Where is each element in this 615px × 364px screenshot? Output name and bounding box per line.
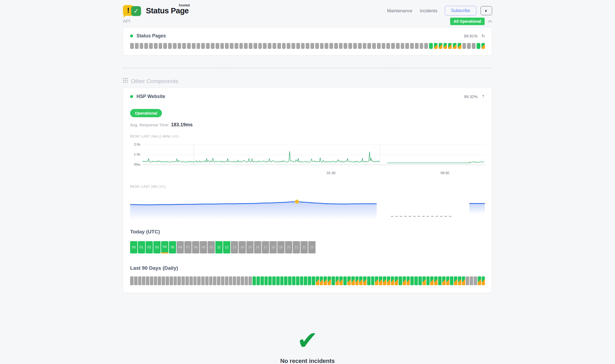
uptime-bar[interactable] bbox=[268, 43, 271, 49]
uptime-bar[interactable] bbox=[453, 43, 457, 49]
uptime-bar[interactable] bbox=[258, 43, 262, 49]
hour-block[interactable]: 20 bbox=[285, 241, 292, 253]
uptime-bar[interactable] bbox=[472, 43, 476, 49]
hour-block[interactable]: 02 bbox=[146, 241, 153, 253]
refresh-icon[interactable]: ↻ bbox=[481, 34, 485, 38]
daily-uptime-bar[interactable] bbox=[174, 276, 177, 285]
daily-uptime-bar[interactable] bbox=[426, 276, 430, 285]
uptime-bar[interactable] bbox=[273, 43, 276, 49]
daily-uptime-bar[interactable] bbox=[252, 276, 256, 285]
hour-block[interactable]: 16 bbox=[254, 241, 261, 253]
uptime-bar[interactable] bbox=[477, 43, 480, 49]
daily-uptime-bar[interactable] bbox=[260, 276, 264, 285]
uptime-bar[interactable] bbox=[424, 43, 428, 49]
daily-uptime-bar[interactable] bbox=[221, 276, 224, 285]
daily-uptime-bar[interactable] bbox=[312, 276, 315, 285]
daily-uptime-bar[interactable] bbox=[272, 276, 276, 285]
daily-uptime-bar[interactable] bbox=[379, 276, 382, 285]
daily-uptime-bar[interactable] bbox=[387, 276, 390, 285]
daily-uptime-bar[interactable] bbox=[308, 276, 311, 285]
uptime-bar[interactable] bbox=[377, 43, 381, 49]
nav-maintenance[interactable]: Maintenance bbox=[387, 8, 412, 13]
trend-up-arrow-icon[interactable]: ⇡ bbox=[481, 94, 485, 99]
daily-uptime-bar[interactable] bbox=[177, 276, 181, 285]
daily-uptime-bar[interactable] bbox=[474, 276, 477, 285]
daily-uptime-bar[interactable] bbox=[154, 276, 157, 285]
daily-uptime-bar[interactable] bbox=[201, 276, 205, 285]
daily-uptime-bar[interactable] bbox=[296, 276, 299, 285]
daily-uptime-bar[interactable] bbox=[339, 276, 343, 285]
uptime-bar[interactable] bbox=[254, 43, 257, 49]
daily-uptime-bar[interactable] bbox=[166, 276, 169, 285]
daily-uptime-bar[interactable] bbox=[336, 276, 339, 285]
daily-uptime-bar[interactable] bbox=[466, 276, 469, 285]
hour-block[interactable]: 23 bbox=[308, 241, 316, 253]
daily-uptime-bar[interactable] bbox=[403, 276, 406, 285]
uptime-bar[interactable] bbox=[159, 43, 162, 49]
uptime-bar[interactable] bbox=[325, 43, 328, 49]
uptime-bar[interactable] bbox=[310, 43, 314, 49]
uptime-bar[interactable] bbox=[135, 43, 139, 49]
uptime-bar[interactable] bbox=[154, 43, 158, 49]
uptime-bar[interactable] bbox=[197, 43, 200, 49]
daily-uptime-bar[interactable] bbox=[300, 276, 303, 285]
daily-uptime-bar[interactable] bbox=[193, 276, 197, 285]
uptime-bar[interactable] bbox=[282, 43, 286, 49]
uptime-bar[interactable] bbox=[334, 43, 338, 49]
daily-uptime-bar[interactable] bbox=[332, 276, 335, 285]
daily-uptime-bar[interactable] bbox=[414, 276, 418, 285]
daily-uptime-bar[interactable] bbox=[241, 276, 244, 285]
chart2-marker-dot[interactable] bbox=[295, 200, 299, 204]
daily-uptime-bar[interactable] bbox=[229, 276, 232, 285]
uptime-bar[interactable] bbox=[401, 43, 404, 49]
uptime-bar[interactable] bbox=[216, 43, 219, 49]
uptime-bar[interactable] bbox=[448, 43, 452, 49]
hour-block[interactable]: 08 bbox=[192, 241, 199, 253]
daily-uptime-bar[interactable] bbox=[233, 276, 236, 285]
daily-uptime-bar[interactable] bbox=[162, 276, 165, 285]
uptime-bar[interactable] bbox=[173, 43, 177, 49]
uptime-bar[interactable] bbox=[382, 43, 386, 49]
hour-block[interactable]: 12 bbox=[223, 241, 230, 253]
uptime-bar[interactable] bbox=[263, 43, 267, 49]
chart1-plot-area[interactable] bbox=[142, 142, 485, 169]
uptime-bar[interactable] bbox=[353, 43, 357, 49]
hour-block[interactable]: 00 bbox=[130, 241, 137, 253]
daily-uptime-bar[interactable] bbox=[134, 276, 138, 285]
daily-uptime-bar[interactable] bbox=[138, 276, 142, 285]
uptime-bar[interactable] bbox=[462, 43, 466, 49]
uptime-bar[interactable] bbox=[187, 43, 191, 49]
hour-block[interactable]: 22 bbox=[301, 241, 308, 253]
daily-uptime-bar[interactable] bbox=[248, 276, 252, 285]
daily-uptime-bar[interactable] bbox=[288, 276, 291, 285]
daily-uptime-bar[interactable] bbox=[434, 276, 438, 285]
daily-uptime-bar[interactable] bbox=[422, 276, 426, 285]
daily-uptime-bar[interactable] bbox=[458, 276, 461, 285]
uptime-bar[interactable] bbox=[287, 43, 290, 49]
uptime-bar[interactable] bbox=[178, 43, 181, 49]
hour-block[interactable]: 01 bbox=[138, 241, 145, 253]
uptime-bar[interactable] bbox=[481, 43, 485, 49]
uptime-bar[interactable] bbox=[458, 43, 461, 49]
uptime-bar[interactable] bbox=[429, 43, 433, 49]
daily-uptime-bar[interactable] bbox=[478, 276, 481, 285]
hour-block[interactable]: 09 bbox=[200, 241, 207, 253]
uptime-bar[interactable] bbox=[434, 43, 438, 49]
daily-uptime-bar[interactable] bbox=[205, 276, 209, 285]
uptime-bar[interactable] bbox=[296, 43, 300, 49]
uptime-bar[interactable] bbox=[391, 43, 395, 49]
hour-block[interactable]: 11 bbox=[215, 241, 223, 253]
uptime-bar[interactable] bbox=[396, 43, 400, 49]
uptime-bar[interactable] bbox=[149, 43, 153, 49]
daily-uptime-bar[interactable] bbox=[343, 276, 347, 285]
daily-uptime-bar[interactable] bbox=[284, 276, 287, 285]
hour-block[interactable]: 04 bbox=[161, 241, 168, 253]
daily-uptime-bar[interactable] bbox=[355, 276, 359, 285]
uptime-bar[interactable] bbox=[344, 43, 347, 49]
daily-uptime-bar[interactable] bbox=[442, 276, 446, 285]
uptime-bar[interactable] bbox=[405, 43, 409, 49]
daily-uptime-bar[interactable] bbox=[213, 276, 216, 285]
daily-uptime-bar[interactable] bbox=[383, 276, 386, 285]
daily-uptime-bar[interactable] bbox=[482, 276, 485, 285]
daily-uptime-bar[interactable] bbox=[391, 276, 394, 285]
